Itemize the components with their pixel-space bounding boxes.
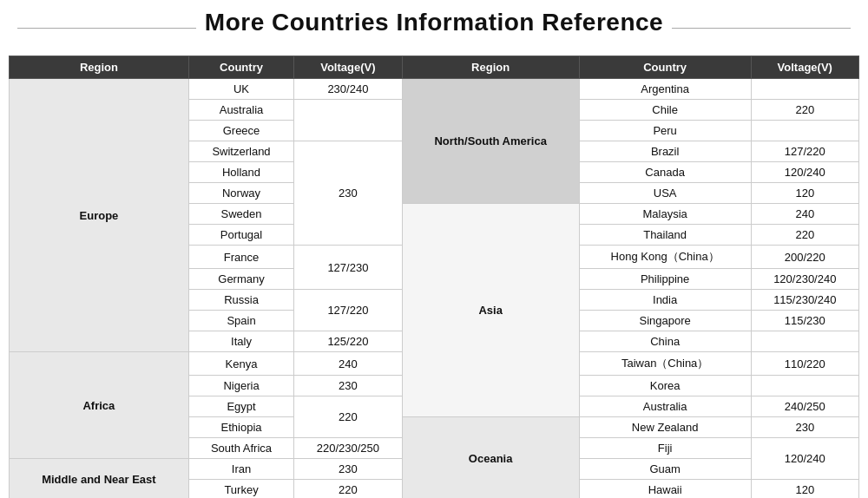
right-country-cell: Malaysia bbox=[579, 204, 751, 225]
right-country-cell: Canada bbox=[579, 162, 751, 183]
right-voltage-cell: 120/240 bbox=[751, 438, 858, 480]
right-country-cell: Fiji bbox=[579, 438, 751, 459]
left-voltage-cell: 220 bbox=[294, 480, 402, 499]
left-voltage-cell: 220/230/250 bbox=[294, 438, 402, 459]
header-voltage-left: Voltage(V) bbox=[294, 56, 402, 79]
right-voltage-cell: 220 bbox=[751, 100, 858, 121]
right-region-cell: Oceania bbox=[402, 417, 579, 499]
left-voltage-cell: 125/220 bbox=[294, 331, 402, 352]
right-voltage-cell bbox=[751, 376, 858, 396]
left-voltage-cell: 230 bbox=[294, 376, 402, 396]
right-country-cell: Hawaii bbox=[579, 480, 751, 499]
header-country-left: Country bbox=[188, 56, 293, 79]
left-voltage-cell: 220 bbox=[294, 396, 402, 438]
right-country-cell: Peru bbox=[579, 121, 751, 141]
left-country-cell: Italy bbox=[188, 331, 293, 352]
countries-table: Region Country Voltage(V) Region Country… bbox=[9, 56, 859, 498]
left-region-cell: Africa bbox=[10, 352, 189, 459]
left-country-cell: Switzerland bbox=[188, 141, 293, 162]
left-region-cell: Europe bbox=[10, 79, 189, 352]
right-country-cell: Australia bbox=[579, 396, 751, 417]
left-country-cell: UK bbox=[188, 79, 293, 100]
left-country-cell: Germany bbox=[188, 269, 293, 290]
right-voltage-cell: 240 bbox=[751, 204, 858, 225]
right-voltage-cell bbox=[751, 79, 858, 100]
page-title: More Countries Information Reference bbox=[205, 9, 663, 36]
left-country-cell: Greece bbox=[188, 121, 293, 141]
left-voltage-cell: 127/230 bbox=[294, 246, 402, 290]
left-country-cell: Spain bbox=[188, 311, 293, 331]
right-voltage-cell: 115/230 bbox=[751, 311, 858, 331]
right-country-cell: Chile bbox=[579, 100, 751, 121]
right-voltage-cell: 230 bbox=[751, 417, 858, 438]
right-voltage-cell: 127/220 bbox=[751, 141, 858, 162]
right-voltage-cell: 120/240 bbox=[751, 162, 858, 183]
header-voltage-right: Voltage(V) bbox=[751, 56, 858, 79]
left-voltage-cell: 127/220 bbox=[294, 290, 402, 331]
header-region-right: Region bbox=[402, 56, 579, 79]
left-country-cell: Turkey bbox=[188, 480, 293, 499]
left-region-cell: Middle and Near East bbox=[10, 459, 189, 499]
right-country-cell: Guam bbox=[579, 459, 751, 480]
left-country-cell: Australia bbox=[188, 100, 293, 121]
left-voltage-cell bbox=[294, 100, 402, 141]
right-voltage-cell: 220 bbox=[751, 225, 858, 246]
left-country-cell: South Africa bbox=[188, 438, 293, 459]
left-country-cell: Kenya bbox=[188, 352, 293, 376]
right-voltage-cell: 120/230/240 bbox=[751, 269, 858, 290]
left-country-cell: Ethiopia bbox=[188, 417, 293, 438]
right-voltage-cell: 120 bbox=[751, 480, 858, 499]
left-voltage-cell: 240 bbox=[294, 352, 402, 376]
right-country-cell: New Zealand bbox=[579, 417, 751, 438]
right-voltage-cell: 240/250 bbox=[751, 396, 858, 417]
left-country-cell: Egypt bbox=[188, 396, 293, 417]
left-country-cell: France bbox=[188, 246, 293, 269]
right-country-cell: China bbox=[579, 331, 751, 352]
right-voltage-cell bbox=[751, 121, 858, 141]
right-voltage-cell bbox=[751, 331, 858, 352]
right-region-cell: Asia bbox=[402, 204, 579, 417]
right-country-cell: USA bbox=[579, 183, 751, 204]
right-country-cell: Brazil bbox=[579, 141, 751, 162]
left-voltage-cell: 230/240 bbox=[294, 79, 402, 100]
left-country-cell: Norway bbox=[188, 183, 293, 204]
right-voltage-cell: 110/220 bbox=[751, 352, 858, 376]
right-voltage-cell: 200/220 bbox=[751, 246, 858, 269]
right-voltage-cell: 115/230/240 bbox=[751, 290, 858, 311]
right-country-cell: Philippine bbox=[579, 269, 751, 290]
left-country-cell: Russia bbox=[188, 290, 293, 311]
right-country-cell: India bbox=[579, 290, 751, 311]
header-region-left: Region bbox=[10, 56, 189, 79]
left-country-cell: Sweden bbox=[188, 204, 293, 225]
right-country-cell: Thailand bbox=[579, 225, 751, 246]
right-country-cell: Hong Kong（China） bbox=[579, 246, 751, 269]
left-country-cell: Holland bbox=[188, 162, 293, 183]
left-country-cell: Nigeria bbox=[188, 376, 293, 396]
right-country-cell: Taiwan（China） bbox=[579, 352, 751, 376]
right-country-cell: Korea bbox=[579, 376, 751, 396]
left-voltage-cell: 230 bbox=[294, 141, 402, 246]
right-country-cell: Singapore bbox=[579, 311, 751, 331]
right-region-cell: North/South America bbox=[402, 79, 579, 204]
right-country-cell: Argentina bbox=[579, 79, 751, 100]
left-voltage-cell: 230 bbox=[294, 459, 402, 480]
header-country-right: Country bbox=[579, 56, 751, 79]
left-country-cell: Iran bbox=[188, 459, 293, 480]
right-voltage-cell: 120 bbox=[751, 183, 858, 204]
left-country-cell: Portugal bbox=[188, 225, 293, 246]
